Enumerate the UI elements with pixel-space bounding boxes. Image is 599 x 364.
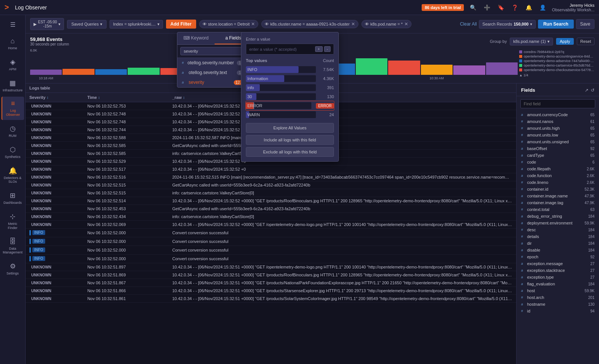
field-item[interactable]: a baseOffset 92 xyxy=(517,145,599,152)
run-search-button[interactable]: Run Search xyxy=(538,20,574,29)
sidebar-item-apm[interactable]: ◈ APM xyxy=(2,55,24,74)
field-item[interactable]: a hostname 130 xyxy=(517,301,599,308)
field-item[interactable]: a exception.type 27 xyxy=(517,274,599,281)
field-item[interactable]: a host 59.9K xyxy=(517,287,599,294)
field-item[interactable]: # details 184 xyxy=(517,233,599,240)
value-row[interactable]: info 391 xyxy=(246,83,334,92)
user-icon[interactable]: 👤 xyxy=(538,3,547,12)
sidebar-item-settings[interactable]: ⚙ Settings xyxy=(2,259,24,279)
table-row[interactable]: UNKNOWN Nov 06 10:32:51.897 10.42.0.34 -… xyxy=(26,263,516,271)
sidebar-item-synthetics[interactable]: ⬡ Synthetics xyxy=(2,143,24,162)
field-item[interactable]: a debug_error_string 184 xyxy=(517,213,599,220)
sidebar-item-log-observer[interactable]: ≡ Log Observer xyxy=(2,97,24,120)
table-row[interactable]: INFO Nov 06 10:32:52.000 Convert convers… xyxy=(26,246,516,255)
clear-all-button[interactable]: Clear All xyxy=(460,21,477,27)
bar-group-11[interactable] xyxy=(388,61,420,75)
sidebar-item-dashboards[interactable]: ⊞ Dashboards xyxy=(2,188,24,208)
field-item[interactable]: # amount.units.unsigned 65 xyxy=(517,138,599,145)
bar-group-1[interactable] xyxy=(62,69,94,75)
value-include-btn[interactable]: + xyxy=(315,46,323,52)
bar-group-10[interactable] xyxy=(356,58,387,75)
bar-group-14[interactable] xyxy=(486,62,518,75)
table-row[interactable]: UNKNOWN Nov 06 10:32:52.517 10.42.0.34 -… xyxy=(26,165,516,173)
table-row[interactable]: INFO Nov 06 10:32:52.000 Convert convers… xyxy=(26,229,516,237)
filter-chip-close[interactable]: ✕ xyxy=(251,21,255,27)
field-item[interactable]: # code 6 xyxy=(517,159,599,165)
table-row[interactable]: UNKNOWN Nov 06 10:32:52.069 10.42.0.34 -… xyxy=(26,221,516,229)
table-row[interactable]: UNKNOWN Nov 06 10:32:52.434 info: cartse… xyxy=(26,213,516,221)
fields-refresh[interactable]: ↺ xyxy=(591,88,594,93)
value-input-container[interactable]: enter a value (* accepted) + - xyxy=(246,44,334,55)
plus-icon[interactable]: ➕ xyxy=(482,3,492,12)
help-icon[interactable]: ❓ xyxy=(510,3,520,12)
bar-group-3[interactable] xyxy=(128,68,159,75)
bar-group-2[interactable] xyxy=(95,69,127,75)
field-item[interactable]: # amount.units.low 65 xyxy=(517,132,599,138)
value-row[interactable]: 30 130 xyxy=(246,92,334,101)
table-row[interactable]: UNKNOWN Nov 06 10:32:51.867 10.42.0.34 -… xyxy=(26,279,516,287)
reset-button[interactable]: Reset xyxy=(577,38,594,45)
field-item[interactable]: a exception.stacktrace 27 xyxy=(517,267,599,274)
table-row[interactable]: UNKNOWN Nov 06 10:32:52.453 GetCartAsync… xyxy=(26,205,516,213)
field-item[interactable]: a cardType 65 xyxy=(517,152,599,159)
sidebar-item-rum[interactable]: ◷ RUM xyxy=(2,121,24,141)
group-by-select[interactable]: k8s.pod.name (1) ▾ xyxy=(510,38,553,46)
col-severity[interactable]: Severity ↕ xyxy=(26,93,84,102)
sidebar-item-data-management[interactable]: 🗄 Data Management xyxy=(2,235,24,258)
field-item[interactable]: a deployment.environment 59.9K xyxy=(517,220,599,226)
filter-chip-close-2[interactable]: ✕ xyxy=(351,21,355,27)
time-range-button[interactable]: ▶ EST -05:00-15m ▾ xyxy=(30,18,64,30)
tab-keyword[interactable]: ⌨ Keyword xyxy=(177,32,215,44)
col-time[interactable]: Time ↕ xyxy=(84,93,169,102)
field-item[interactable]: # host.arch 201 xyxy=(517,294,599,301)
field-item[interactable]: a exception.message 27 xyxy=(517,260,599,267)
sidebar-item-home[interactable]: ⌂ Home xyxy=(2,34,24,53)
hamburger-menu[interactable]: ☰ xyxy=(7,18,18,31)
bar-group-0[interactable] xyxy=(30,70,62,75)
filter-search-input[interactable] xyxy=(180,47,249,55)
add-filter-button[interactable]: Add Filter xyxy=(166,20,196,29)
bar-group-12[interactable] xyxy=(421,65,453,75)
sidebar-item-detectors[interactable]: 🔔 Detectors & SLOs xyxy=(2,164,24,187)
fields-search-input[interactable] xyxy=(520,99,595,108)
value-row[interactable]: INFO 7.54K xyxy=(246,65,334,74)
field-item[interactable]: a flag_evaluation 184 xyxy=(517,281,599,287)
table-row[interactable]: UNKNOWN Nov 06 10:32:52.516 2024-11-06 1… xyxy=(26,173,516,181)
filter-chip-location[interactable]: 👁 store.location = Detroit ✕ xyxy=(199,20,258,28)
col-raw[interactable]: _raw ↕ xyxy=(168,93,516,102)
filter-chip-pod[interactable]: 👁 k8s.pod.name = * ✕ xyxy=(361,20,412,28)
splunk-logo[interactable]: > xyxy=(5,3,9,12)
table-row[interactable]: UNKNOWN Nov 06 10:32:51.869 10.42.0.34 -… xyxy=(26,271,516,279)
field-item[interactable]: a code.function 2.6K xyxy=(517,172,599,179)
table-row[interactable]: UNKNOWN Nov 06 10:32:52.515 info: cartse… xyxy=(26,189,516,197)
index-button[interactable]: Index = splunk4rooki.... ▾ xyxy=(110,20,163,29)
field-item[interactable]: a container.image.name 47.9K xyxy=(517,193,599,199)
field-item[interactable]: # desc 184 xyxy=(517,226,599,233)
field-item[interactable]: # epoch 92 xyxy=(517,253,599,260)
search-nav-icon[interactable]: 🔍 xyxy=(468,3,478,12)
field-item[interactable]: # context.total 63 xyxy=(517,206,599,213)
field-item[interactable]: a amount.currencyCode 65 xyxy=(517,111,599,118)
bar-group-13[interactable] xyxy=(453,65,485,75)
bookmark-icon[interactable]: 🔖 xyxy=(496,3,506,12)
field-item[interactable]: a code.filepath 2.6K xyxy=(517,165,599,172)
saved-queries-button[interactable]: Saved Queries ▾ xyxy=(67,20,107,29)
popup-action-explore[interactable]: Explore All Values xyxy=(246,123,334,133)
field-item[interactable]: # container.id 52.3K xyxy=(517,186,599,193)
sidebar-item-infrastructure[interactable]: ▦ Infrastructure xyxy=(2,76,24,96)
table-row[interactable]: UNKNOWN Nov 06 10:32:52.514 10.42.0.34 -… xyxy=(26,197,516,205)
sidebar-item-metric-finder[interactable]: ⊹ Metric Finder xyxy=(2,209,24,233)
field-item[interactable]: # code.lineno 2.6K xyxy=(517,179,599,186)
table-row[interactable]: UNKNOWN Nov 06 10:32:51.866 10.42.0.34 -… xyxy=(26,287,516,295)
field-item[interactable]: # amount.nanos 61 xyxy=(517,118,599,125)
popup-action-include[interactable]: Include all logs with this field xyxy=(246,135,334,145)
fields-external-link[interactable]: ↗ xyxy=(585,88,588,93)
table-row[interactable]: INFO Nov 06 10:32:52.000 Convert convers… xyxy=(26,255,516,263)
value-exclude-btn[interactable]: - xyxy=(324,46,331,52)
apply-button[interactable]: Apply xyxy=(556,38,574,45)
popup-action-exclude[interactable]: Exclude all logs with this field xyxy=(246,147,334,157)
save-button[interactable]: Save xyxy=(576,19,594,29)
field-item[interactable]: # id 94 xyxy=(517,308,599,314)
value-row[interactable]: Information 4.36K xyxy=(246,74,334,83)
field-item[interactable]: # amount.units.high 65 xyxy=(517,125,599,132)
